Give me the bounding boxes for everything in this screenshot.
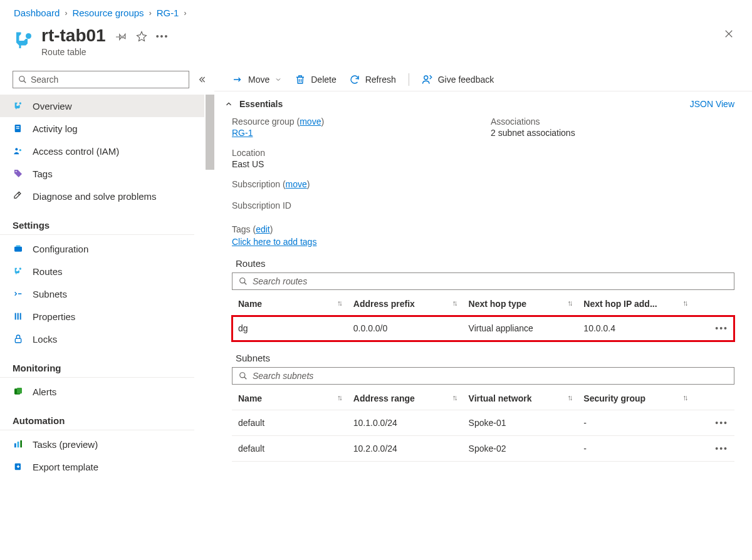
close-icon[interactable] [723,28,739,39]
essentials-heading: Essentials [239,99,283,109]
routes-heading: Routes [232,258,734,269]
pin-icon[interactable] [116,31,127,42]
activity-log-icon [13,123,24,134]
sidebar-item-locks[interactable]: Locks [0,328,204,350]
routes-col-hoptype[interactable]: Next hop type↑↓ [462,293,578,316]
subnets-heading: Subnets [232,353,734,363]
subscription-label: Subscription (move) [232,179,476,189]
routes-col-prefix[interactable]: Address prefix↑↓ [347,293,462,316]
sidebar-item-label: Access control (IAM) [33,146,119,157]
associations-label: Associations [491,117,734,127]
sidebar-item-label: Overview [33,101,72,111]
json-view-link[interactable]: JSON View [690,99,734,109]
sidebar-item-label: Export template [33,462,98,472]
svg-point-2 [19,102,21,104]
subnet-sg: - [577,436,692,462]
move-button[interactable]: Move [232,74,282,85]
svg-rect-20 [20,440,22,447]
delete-button[interactable]: Delete [295,74,336,85]
sidebar-scrollbar[interactable] [206,95,214,554]
svg-rect-9 [14,247,22,252]
svg-point-7 [19,149,21,151]
row-more-icon[interactable]: ••• [692,316,734,341]
sidebar-item-configuration[interactable]: Configuration [0,237,204,260]
table-row[interactable]: default10.2.0.0/24Spoke-02-••• [232,436,734,462]
sidebar-item-tags[interactable]: Tags [0,162,204,185]
sidebar-item-label: Diagnose and solve problems [33,191,157,202]
page-header: rt-tab01 Route table ••• [0,23,752,68]
location-label: Location [232,148,476,158]
sidebar-item-label: Tasks (preview) [33,439,98,450]
sidebar-item-label: Locks [33,334,57,345]
diagnose-icon [13,190,24,202]
collapse-sidebar-icon[interactable] [194,72,209,87]
subnets-col-range[interactable]: Address range↑↓ [347,387,462,410]
sidebar-item-alerts[interactable]: Alerts [0,380,204,403]
svg-rect-4 [16,127,19,127]
sidebar-item-properties[interactable]: Properties [0,305,204,328]
sidebar-item-routes[interactable]: Routes [0,260,204,283]
subscription-move-link[interactable]: move [286,179,307,189]
breadcrumb-rg[interactable]: RG-1 [157,8,179,18]
access-control-icon [13,145,24,157]
subnet-name: default [232,410,347,436]
refresh-label: Refresh [365,75,396,85]
sidebar-item-diagnose[interactable]: Diagnose and solve problems [0,185,204,207]
svg-rect-17 [17,388,22,393]
sidebar-item-label: Subnets [33,289,67,299]
feedback-icon [422,74,433,85]
sidebar-item-overview[interactable]: Overview [0,95,204,117]
routes-col-hopip[interactable]: Next hop IP add...↑↓ [577,293,692,316]
move-label: Move [248,75,269,85]
chevron-right-icon: › [65,9,67,18]
sidebar-item-subnets[interactable]: Subnets [0,283,204,305]
table-row[interactable]: dg0.0.0.0/0Virtual appliance10.0.0.4••• [232,316,734,341]
subnets-col-name[interactable]: Name↑↓ [232,387,347,410]
subnets-search-input[interactable]: Search subnets [232,367,734,385]
sidebar-item-tasks[interactable]: Tasks (preview) [0,433,204,455]
sidebar-item-label: Properties [33,311,75,322]
sidebar-section-monitoring: Monitoring [0,350,194,378]
subnets-icon [13,288,24,299]
delete-label: Delete [311,75,336,85]
breadcrumb-resource-groups[interactable]: Resource groups [72,8,144,18]
add-tags-link[interactable]: Click here to add tags [232,237,734,247]
subnet-sg: - [577,410,692,436]
routes-section: Routes Search routes Name↑↓ Address pref… [214,247,752,341]
sidebar-item-export-template[interactable]: Export template [0,455,204,478]
sidebar-item-label: Activity log [33,123,78,134]
locks-icon [13,333,24,345]
row-more-icon[interactable]: ••• [692,436,734,462]
subscription-id-label: Subscription ID [232,200,476,210]
refresh-button[interactable]: Refresh [349,74,396,85]
subnets-col-vnet[interactable]: Virtual network↑↓ [462,387,578,410]
more-icon[interactable]: ••• [156,31,169,41]
subnets-col-sg[interactable]: Security group↑↓ [577,387,692,410]
svg-point-6 [15,148,18,150]
sidebar-item-access-control[interactable]: Access control (IAM) [0,140,204,162]
refresh-icon [349,74,360,85]
feedback-button[interactable]: Give feedback [422,74,494,85]
favorite-icon[interactable] [136,31,147,42]
essentials-toggle[interactable]: Essentials JSON View [214,91,752,114]
search-icon [18,75,27,84]
subnet-vnet: Spoke-01 [462,410,578,436]
resource-group-move-link[interactable]: move [300,117,321,127]
svg-point-11 [19,267,21,269]
routes-col-name[interactable]: Name↑↓ [232,293,347,316]
delete-icon [295,74,306,85]
svg-rect-14 [20,313,21,320]
alerts-icon [13,386,24,397]
table-row[interactable]: default10.1.0.0/24Spoke-01-••• [232,410,734,436]
routes-search-input[interactable]: Search routes [232,272,734,290]
resource-group-value[interactable]: RG-1 [232,128,253,138]
route-hop-ip: 10.0.0.4 [577,316,692,341]
svg-point-22 [424,76,427,80]
row-more-icon[interactable]: ••• [692,410,734,436]
tags-edit-link[interactable]: edit [256,224,270,234]
breadcrumb: Dashboard › Resource groups › RG-1 › [0,0,752,23]
breadcrumb-dashboard[interactable]: Dashboard [14,8,60,18]
sidebar-item-activity-log[interactable]: Activity log [0,117,204,140]
sidebar-search-input[interactable]: Search [13,71,189,88]
search-icon [239,277,248,286]
